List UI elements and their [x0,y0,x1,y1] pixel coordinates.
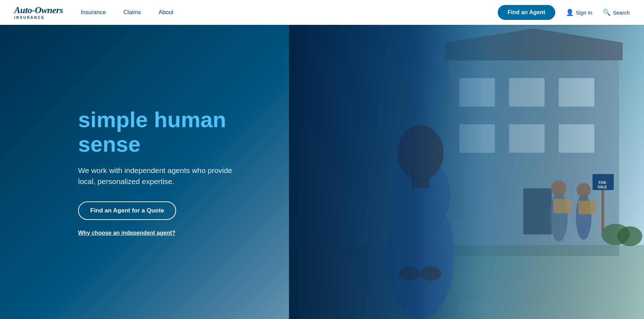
main-nav: Insurance Claims About [81,9,498,16]
hero-background-svg: FOR SALE [289,25,644,319]
nav-claims[interactable]: Claims [124,9,141,16]
header-right: Find an Agent 👤 Sign In 🔍 Search [498,5,630,20]
sign-in-label: Sign In [576,10,593,16]
search-link[interactable]: 🔍 Search [603,9,630,16]
hero-section: FOR SALE simple human sense We work with… [0,25,644,319]
hero-headline: simple human sense [78,108,249,156]
sign-in-link[interactable]: 👤 Sign In [566,9,593,16]
logo[interactable]: Auto-Owners INSURANCE [14,5,63,20]
logo-sub: INSURANCE [14,16,63,20]
header: Auto-Owners INSURANCE Insurance Claims A… [0,0,644,25]
hero-subtext: We work with independent agents who prov… [78,165,249,187]
nav-insurance[interactable]: Insurance [81,9,106,16]
person-icon: 👤 [566,9,574,16]
search-label: Search [613,10,630,16]
nav-about[interactable]: About [159,9,174,16]
find-agent-header-button[interactable]: Find an Agent [498,5,555,20]
find-agent-quote-button[interactable]: Find an Agent for a Quote [78,201,176,220]
why-independent-agent-link[interactable]: Why choose an independent agent? [78,230,249,236]
logo-script: Auto-Owners [14,5,63,16]
search-icon: 🔍 [603,9,611,16]
hero-visual: FOR SALE [289,25,644,319]
svg-rect-29 [289,25,644,319]
hero-content: simple human sense We work with independ… [0,108,249,236]
